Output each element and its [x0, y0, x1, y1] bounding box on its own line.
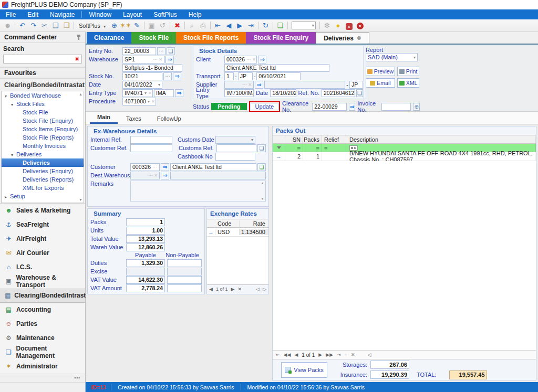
packs-out-row[interactable]: → 2 1 B/NEW HYUNDAI SANTA FE OFF-ROAD 4X…: [273, 152, 536, 161]
warehouse-field[interactable]: SP1⋯✕: [122, 56, 164, 63]
customer-ref-field[interactable]: [130, 144, 172, 152]
tree-xml-for-exports[interactable]: XML for Exports: [2, 184, 84, 192]
exchange-rates-pager[interactable]: ◀ 1 of 1 ▶ ✕ ◁ ▷: [207, 285, 268, 293]
search-input[interactable]: ✖: [3, 55, 82, 63]
tree-stock-file[interactable]: Stock File: [2, 108, 84, 116]
menu-help[interactable]: Help: [183, 10, 208, 19]
tree-deliveries-reports[interactable]: Deliveries (Reports): [2, 175, 84, 184]
menu-navigate[interactable]: Navigate: [44, 10, 80, 19]
lightbulb-icon[interactable]: ●: [333, 20, 344, 31]
packs-filter[interactable]: =: [303, 144, 322, 152]
pager-prev-page-icon[interactable]: ◀◀: [284, 352, 291, 357]
tab-clearance[interactable]: Clearance: [87, 32, 131, 44]
collapse-icon[interactable]: ▸: [5, 202, 10, 203]
hscroll-left-icon[interactable]: ◁: [256, 287, 260, 292]
tree-bonded-warehouse[interactable]: ▾Bonded Warehouse: [2, 91, 84, 100]
add-icon[interactable]: ⊕: [109, 20, 120, 31]
entry-type-field[interactable]: IM4071▾✕: [122, 89, 153, 97]
sidebar-overflow[interactable]: ⋯: [0, 374, 85, 382]
menu-softplus[interactable]: SoftPlus: [148, 10, 183, 19]
clearance-goto-icon[interactable]: ⇒: [349, 103, 356, 111]
rate-column-header[interactable]: Rate: [240, 220, 268, 227]
module-parties[interactable]: ☺Parties: [0, 317, 85, 331]
packs-column-header[interactable]: Packs: [303, 135, 322, 143]
internal-ref-field[interactable]: [130, 136, 172, 144]
code-column-header[interactable]: Code: [215, 220, 240, 227]
tab-close-icon[interactable]: ⊗: [357, 35, 361, 41]
module-accounting[interactable]: ▤Accounting: [0, 303, 85, 317]
entry-no-copy-icon[interactable]: ❏: [167, 47, 175, 55]
entry-no-field[interactable]: 22_00003: [122, 47, 156, 55]
entry-no-lookup-icon[interactable]: ⋯: [157, 47, 165, 55]
description-column-header[interactable]: Description: [347, 135, 536, 143]
exchange-rate-row[interactable]: → USD 1.134500: [207, 228, 268, 237]
dest-warehouse-goto-icon[interactable]: ⇒: [161, 172, 169, 179]
pager-next-icon[interactable]: ▶: [318, 352, 322, 357]
tab-deliveries[interactable]: Deliveries⊗: [316, 32, 369, 44]
delete-icon[interactable]: ✖: [172, 20, 183, 31]
relief-column-header[interactable]: Relief: [322, 135, 347, 143]
subtab-taxes[interactable]: Taxes: [119, 114, 149, 124]
transport-date-field[interactable]: 06/10/2021: [256, 72, 301, 80]
expand-icon[interactable]: ▾: [11, 101, 16, 109]
tree-stock-file-reports[interactable]: Stock File (Reports): [2, 133, 84, 142]
tree-deliveries-enquiry[interactable]: Deliveries (Enquiry): [2, 167, 84, 175]
module-seafreight[interactable]: ⚓SeaFreight: [0, 218, 85, 232]
email-button[interactable]: Email: [366, 78, 395, 88]
view-packs-button[interactable]: View Packs: [281, 362, 327, 378]
stock-no-goto-icon[interactable]: ⇒: [173, 72, 181, 80]
pager-first-icon[interactable]: ⇤: [276, 352, 280, 357]
module-maintenance[interactable]: ⚙Maintenance: [0, 331, 85, 345]
menu-layout[interactable]: Layout: [117, 10, 148, 19]
module-airfreight[interactable]: ✈AirFreight: [0, 232, 85, 246]
menu-window[interactable]: Window: [83, 10, 117, 19]
favourites-header[interactable]: Favourites: [0, 68, 85, 79]
tree-stock-files[interactable]: ▾Stock Files: [2, 100, 84, 108]
entry-type-goto-icon[interactable]: ⇒: [175, 89, 183, 97]
nav-prev-icon[interactable]: ◀: [223, 20, 234, 31]
copy-icon[interactable]: ❏: [50, 20, 61, 31]
pager-close-icon[interactable]: ✕: [351, 352, 355, 357]
print-button[interactable]: Print: [397, 67, 419, 76]
report-select[interactable]: SAD (Main)▾: [366, 53, 418, 61]
xml-button[interactable]: XML: [397, 78, 419, 88]
supplier-country-field[interactable]: JP: [349, 81, 363, 89]
close-window-icon[interactable]: ✕: [355, 20, 366, 31]
relief-filter[interactable]: =: [322, 144, 347, 152]
pager-last-icon[interactable]: ⇥: [337, 352, 341, 357]
date-field[interactable]: 04/10/2022▾: [122, 81, 162, 89]
expand-icon[interactable]: ▾: [11, 151, 16, 160]
customer-goto-icon[interactable]: ⇒: [161, 163, 169, 171]
sn-column-header[interactable]: SN: [285, 135, 303, 143]
module-warehouse-transport[interactable]: ▣Warehouse & Transport: [0, 274, 85, 289]
pager-prev-icon[interactable]: ◀: [294, 352, 298, 357]
update-button[interactable]: Update: [251, 103, 278, 110]
attachment-icon[interactable]: ❇: [322, 20, 333, 31]
tree-deliveries-selected[interactable]: Deliveries: [2, 158, 84, 167]
subtab-main[interactable]: Main: [90, 112, 118, 124]
pager-prev-icon[interactable]: ◀: [209, 287, 213, 292]
nav-next-icon[interactable]: ▶: [234, 20, 245, 31]
tree-monthly-invoices[interactable]: Monthly Invoices: [2, 142, 84, 150]
client-goto-icon[interactable]: ⇒: [258, 56, 266, 63]
transport-mode-field[interactable]: JP: [238, 72, 253, 80]
print-toolbar-icon[interactable]: ⎙: [198, 20, 209, 31]
expand-icon[interactable]: ▾: [5, 92, 10, 101]
tree-stock-items-enquiry[interactable]: Stock Items (Enquiry): [2, 125, 84, 133]
undo-icon[interactable]: ↶: [17, 20, 28, 31]
stock-no-field[interactable]: 10/21: [122, 72, 162, 80]
ref-no-copy-icon[interactable]: ❏: [356, 89, 363, 97]
customer-code-field[interactable]: 000326⋯✕: [130, 163, 160, 171]
dest-warehouse-field[interactable]: ⋯✕: [130, 172, 160, 179]
dest-warehouse-name-field[interactable]: [170, 172, 266, 179]
tree-stock-file-enquiry[interactable]: Stock File (Enquiry): [2, 116, 84, 125]
module-administrator[interactable]: ✶Administrator: [0, 359, 85, 374]
tab-stock-file-reports[interactable]: Stock File Reports: [176, 32, 246, 44]
pager-minus-icon[interactable]: −: [345, 352, 347, 357]
preview-button[interactable]: Preview: [366, 67, 395, 76]
procedure-field[interactable]: 4071000▾✕: [122, 98, 156, 105]
tab-stock-file[interactable]: Stock File: [131, 32, 176, 44]
keys-icon[interactable]: ✶✶: [120, 20, 131, 31]
hscroll-right-icon[interactable]: ▷: [263, 287, 266, 292]
entry-type2-field[interactable]: IMA: [154, 89, 174, 97]
